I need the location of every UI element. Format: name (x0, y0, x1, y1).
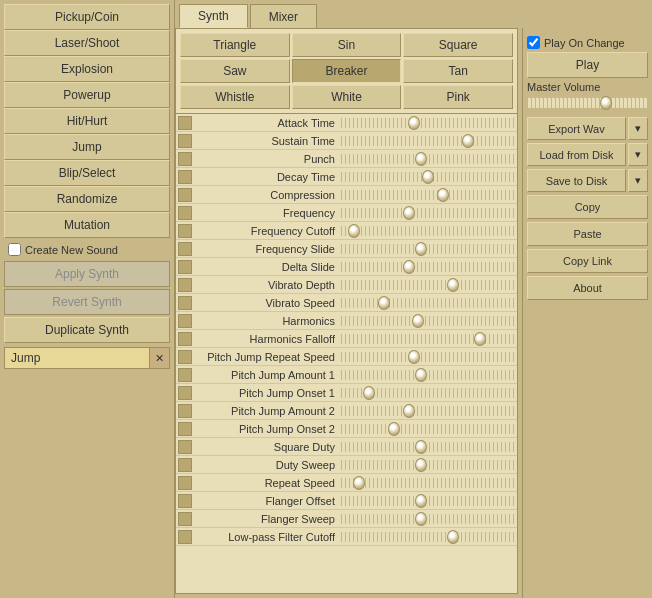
slider-lock-22[interactable] (178, 512, 192, 526)
slider-track-20[interactable] (341, 478, 515, 488)
slider-thumb-12[interactable] (474, 332, 486, 346)
sidebar-btn-randomize[interactable]: Randomize (4, 186, 170, 212)
slider-track-12[interactable] (341, 334, 515, 344)
slider-track-14[interactable] (341, 370, 515, 380)
slider-thumb-6[interactable] (348, 224, 360, 238)
sidebar-btn-hit-hurt[interactable]: Hit/Hurt (4, 108, 170, 134)
play-on-change-checkbox[interactable] (527, 36, 540, 49)
master-volume-slider[interactable] (527, 98, 648, 108)
slider-track-16[interactable] (341, 406, 515, 416)
slider-thumb-22[interactable] (415, 512, 427, 526)
slider-lock-5[interactable] (178, 206, 192, 220)
slider-track-7[interactable] (341, 244, 515, 254)
slider-thumb-8[interactable] (403, 260, 415, 274)
slider-lock-14[interactable] (178, 368, 192, 382)
slider-thumb-23[interactable] (447, 530, 459, 544)
slider-lock-10[interactable] (178, 296, 192, 310)
slider-lock-23[interactable] (178, 530, 192, 544)
slider-track-19[interactable] (341, 460, 515, 470)
slider-lock-21[interactable] (178, 494, 192, 508)
slider-lock-4[interactable] (178, 188, 192, 202)
slider-track-0[interactable] (341, 118, 515, 128)
save-to-disk-button[interactable]: Save to Disk (527, 169, 626, 192)
sidebar-btn-mutation[interactable]: Mutation (4, 212, 170, 238)
slider-track-4[interactable] (341, 190, 515, 200)
export-wav-dropdown[interactable]: ▾ (628, 117, 648, 140)
slider-track-3[interactable] (341, 172, 515, 182)
revert-synth-button[interactable]: Revert Synth (4, 289, 170, 315)
slider-track-11[interactable] (341, 316, 515, 326)
slider-lock-6[interactable] (178, 224, 192, 238)
slider-thumb-15[interactable] (363, 386, 375, 400)
sliders-container[interactable]: Attack TimeSustain TimePunchDecay TimeCo… (176, 113, 517, 593)
slider-track-21[interactable] (341, 496, 515, 506)
slider-thumb-5[interactable] (403, 206, 415, 220)
wave-btn-whistle[interactable]: Whistle (180, 85, 290, 109)
slider-thumb-19[interactable] (415, 458, 427, 472)
slider-lock-2[interactable] (178, 152, 192, 166)
slider-thumb-21[interactable] (415, 494, 427, 508)
slider-thumb-4[interactable] (437, 188, 449, 202)
copy-link-button[interactable]: Copy Link (527, 249, 648, 273)
slider-thumb-13[interactable] (408, 350, 420, 364)
save-to-disk-dropdown[interactable]: ▾ (628, 169, 648, 192)
about-button[interactable]: About (527, 276, 648, 300)
wave-btn-tan[interactable]: Tan (403, 59, 513, 83)
export-wav-button[interactable]: Export Wav (527, 117, 626, 140)
play-button[interactable]: Play (527, 52, 648, 78)
slider-thumb-16[interactable] (403, 404, 415, 418)
slider-thumb-3[interactable] (422, 170, 434, 184)
slider-track-9[interactable] (341, 280, 515, 290)
slider-lock-13[interactable] (178, 350, 192, 364)
slider-thumb-7[interactable] (415, 242, 427, 256)
apply-synth-button[interactable]: Apply Synth (4, 261, 170, 287)
slider-lock-8[interactable] (178, 260, 192, 274)
wave-btn-white[interactable]: White (292, 85, 402, 109)
wave-btn-square[interactable]: Square (403, 33, 513, 57)
slider-thumb-11[interactable] (412, 314, 424, 328)
wave-btn-pink[interactable]: Pink (403, 85, 513, 109)
master-volume-thumb[interactable] (600, 96, 612, 110)
slider-track-18[interactable] (341, 442, 515, 452)
wave-btn-sin[interactable]: Sin (292, 33, 402, 57)
slider-track-6[interactable] (341, 226, 515, 236)
slider-thumb-2[interactable] (415, 152, 427, 166)
slider-track-17[interactable] (341, 424, 515, 434)
slider-lock-20[interactable] (178, 476, 192, 490)
slider-track-13[interactable] (341, 352, 515, 362)
slider-track-23[interactable] (341, 532, 515, 542)
tab-synth[interactable]: Synth (179, 4, 248, 28)
tab-mixer[interactable]: Mixer (250, 4, 317, 28)
slider-track-1[interactable] (341, 136, 515, 146)
slider-lock-0[interactable] (178, 116, 192, 130)
slider-track-10[interactable] (341, 298, 515, 308)
slider-lock-11[interactable] (178, 314, 192, 328)
slider-thumb-18[interactable] (415, 440, 427, 454)
slider-lock-7[interactable] (178, 242, 192, 256)
slider-lock-19[interactable] (178, 458, 192, 472)
sidebar-btn-powerup[interactable]: Powerup (4, 82, 170, 108)
slider-track-2[interactable] (341, 154, 515, 164)
slider-thumb-10[interactable] (378, 296, 390, 310)
load-from-disk-button[interactable]: Load from Disk (527, 143, 626, 166)
sidebar-btn-jump[interactable]: Jump (4, 134, 170, 160)
slider-thumb-17[interactable] (388, 422, 400, 436)
wave-btn-breaker[interactable]: Breaker (292, 59, 402, 83)
slider-lock-15[interactable] (178, 386, 192, 400)
slider-thumb-14[interactable] (415, 368, 427, 382)
slider-lock-3[interactable] (178, 170, 192, 184)
wave-btn-triangle[interactable]: Triangle (180, 33, 290, 57)
slider-thumb-9[interactable] (447, 278, 459, 292)
slider-track-5[interactable] (341, 208, 515, 218)
slider-track-15[interactable] (341, 388, 515, 398)
slider-lock-16[interactable] (178, 404, 192, 418)
sidebar-btn-laser-shoot[interactable]: Laser/Shoot (4, 30, 170, 56)
slider-track-8[interactable] (341, 262, 515, 272)
slider-lock-17[interactable] (178, 422, 192, 436)
slider-thumb-20[interactable] (353, 476, 365, 490)
paste-button[interactable]: Paste (527, 222, 648, 246)
slider-thumb-0[interactable] (408, 116, 420, 130)
slider-lock-1[interactable] (178, 134, 192, 148)
wave-btn-saw[interactable]: Saw (180, 59, 290, 83)
slider-lock-12[interactable] (178, 332, 192, 346)
